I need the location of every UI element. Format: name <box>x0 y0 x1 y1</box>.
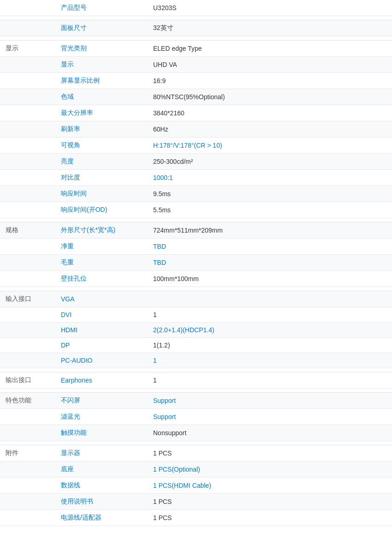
table-row: 电源线/适配器1 PCS <box>0 510 392 526</box>
value-cell: 1 PCS(HDMI Cable) <box>148 478 392 494</box>
category-cell: 输出接口 <box>0 372 55 389</box>
table-row: 壁挂孔位100mm*100mm <box>0 271 392 287</box>
category-cell <box>0 73 55 89</box>
category-cell <box>0 202 55 218</box>
table-row: DVI1 <box>0 307 392 323</box>
value-cell: 60Hz <box>148 121 392 138</box>
table-row: 色域80%NTSC(95%Optional) <box>0 89 392 105</box>
value-cell: 1000:1 <box>148 170 392 186</box>
table-row: 滤蓝光Support <box>0 409 392 425</box>
value-cell: 32英寸 <box>148 20 392 36</box>
category-cell <box>0 20 55 36</box>
table-row: 触摸功能Nonsupport <box>0 425 392 441</box>
value-cell: 2(2.0+1.4)(HDCP1.4) <box>148 323 392 338</box>
table-row: 特色功能不闪屏Support <box>0 393 392 409</box>
table-row: 规格外形尺寸(长*宽*高)724mm*511mm*209mm <box>0 222 392 239</box>
table-row: 显示背光类别ELED edge Type <box>0 41 392 57</box>
label-cell: 触摸功能 <box>55 425 148 441</box>
value-cell: 5.5ms <box>148 202 392 218</box>
category-cell <box>0 170 55 186</box>
table-row: 使用说明书1 PCS <box>0 494 392 510</box>
value-cell: H:178°/V:178°(CR > 10) <box>148 138 392 154</box>
label-cell: 背光类别 <box>55 41 148 57</box>
label-cell: DVI <box>55 307 148 323</box>
table-row: 刷新率60Hz <box>0 121 392 138</box>
category-cell <box>0 121 55 138</box>
table-row: 产品型号U3203S <box>0 0 392 16</box>
table-row: 响应时间(开OD)5.5ms <box>0 202 392 218</box>
table-row: 输入接口VGA <box>0 291 392 307</box>
value-cell: 9.5ms <box>148 186 392 202</box>
table-row: 底座1 PCS(Optional) <box>0 461 392 478</box>
table-row: 净重TBD <box>0 239 392 255</box>
table-row: 最大分辨率3840*2160 <box>0 105 392 121</box>
value-cell: 1 PCS <box>148 494 392 510</box>
table-row: 输出接口Earphones1 <box>0 372 392 389</box>
value-cell: U3203S <box>148 0 392 16</box>
category-cell: 规格 <box>0 222 55 239</box>
label-cell: 壁挂孔位 <box>55 271 148 287</box>
table-row: 亮度250-300cd/m² <box>0 154 392 170</box>
label-cell: 显示 <box>55 57 148 73</box>
category-cell <box>0 478 55 494</box>
category-cell <box>0 353 55 368</box>
category-cell <box>0 409 55 425</box>
category-cell <box>0 105 55 121</box>
table-row: PC-AUDIO1 <box>0 353 392 368</box>
value-cell: 1 PCS <box>148 510 392 526</box>
label-cell: 对比度 <box>55 170 148 186</box>
label-cell: HDMI <box>55 323 148 338</box>
label-cell: 毛重 <box>55 255 148 271</box>
category-cell <box>0 425 55 441</box>
value-cell: 724mm*511mm*209mm <box>148 222 392 239</box>
spec-table: 产品型号U3203S面板尺寸32英寸显示背光类别ELED edge Type显示… <box>0 0 392 526</box>
category-cell <box>0 0 55 16</box>
label-cell: 可视角 <box>55 138 148 154</box>
value-cell: 100mm*100mm <box>148 271 392 287</box>
table-row: 附件显示器1 PCS <box>0 445 392 461</box>
value-cell: 16:9 <box>148 73 392 89</box>
label-cell: DP <box>55 338 148 353</box>
value-cell: Support <box>148 409 392 425</box>
label-cell: 刷新率 <box>55 121 148 138</box>
category-cell <box>0 239 55 255</box>
label-cell: PC-AUDIO <box>55 353 148 368</box>
label-cell: 电源线/适配器 <box>55 510 148 526</box>
label-cell: 数据线 <box>55 478 148 494</box>
label-cell: 响应时间 <box>55 186 148 202</box>
value-cell: 1 PCS(Optional) <box>148 461 392 478</box>
category-cell: 显示 <box>0 41 55 57</box>
table-row: 数据线1 PCS(HDMI Cable) <box>0 478 392 494</box>
label-cell: 外形尺寸(长*宽*高) <box>55 222 148 239</box>
value-cell: 80%NTSC(95%Optional) <box>148 89 392 105</box>
category-cell <box>0 338 55 353</box>
label-cell: 不闪屏 <box>55 393 148 409</box>
value-cell: Support <box>148 393 392 409</box>
category-cell <box>0 494 55 510</box>
label-cell: 使用说明书 <box>55 494 148 510</box>
value-cell: TBD <box>148 255 392 271</box>
label-cell: 底座 <box>55 461 148 478</box>
category-cell <box>0 510 55 526</box>
table-row: 可视角H:178°/V:178°(CR > 10) <box>0 138 392 154</box>
label-cell: 亮度 <box>55 154 148 170</box>
label-cell: 面板尺寸 <box>55 20 148 36</box>
label-cell: VGA <box>55 291 148 307</box>
table-row: 响应时间9.5ms <box>0 186 392 202</box>
label-cell: 响应时间(开OD) <box>55 202 148 218</box>
value-cell: TBD <box>148 239 392 255</box>
table-row: 显示UHD VA <box>0 57 392 73</box>
label-cell: 产品型号 <box>55 0 148 16</box>
category-cell <box>0 461 55 478</box>
category-cell <box>0 255 55 271</box>
category-cell: 输入接口 <box>0 291 55 307</box>
value-cell: 250-300cd/m² <box>148 154 392 170</box>
category-cell: 特色功能 <box>0 393 55 409</box>
category-cell <box>0 307 55 323</box>
value-cell: 1 <box>148 372 392 389</box>
table-row: 毛重TBD <box>0 255 392 271</box>
value-cell: 3840*2160 <box>148 105 392 121</box>
category-cell <box>0 138 55 154</box>
table-row: 对比度1000:1 <box>0 170 392 186</box>
label-cell: 滤蓝光 <box>55 409 148 425</box>
